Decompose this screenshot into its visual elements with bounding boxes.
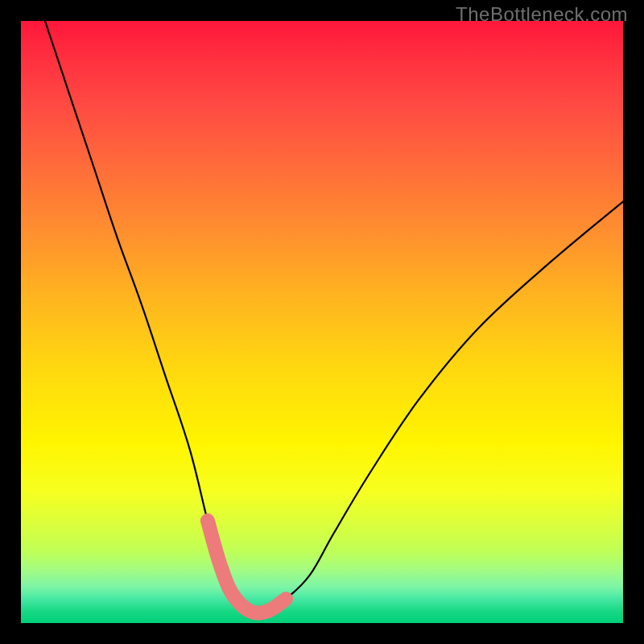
- plot-area: [21, 21, 623, 623]
- bottleneck-curve: [45, 21, 623, 613]
- watermark-text: TheBottleneck.com: [456, 3, 628, 26]
- curve-layer: [21, 21, 623, 623]
- sweet-spot-highlight: [208, 521, 286, 613]
- chart-frame: TheBottleneck.com: [0, 0, 644, 644]
